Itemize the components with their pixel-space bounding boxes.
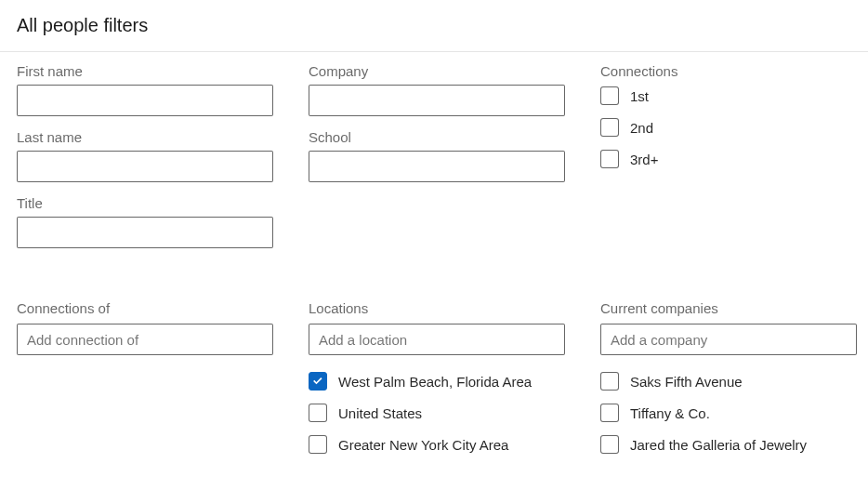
locations-list: West Palm Beach, Florida Area United Sta… <box>309 372 565 467</box>
company-option-label: Jared the Galleria of Jewelry <box>630 437 807 453</box>
location-option-label: West Palm Beach, Florida Area <box>338 374 532 390</box>
location-option-nyc[interactable]: Greater New York City Area <box>309 435 565 454</box>
school-input[interactable] <box>309 151 565 182</box>
checkbox-2nd[interactable] <box>600 118 619 137</box>
last-name-group: Last name <box>17 129 273 182</box>
connections-option-1st[interactable]: 1st <box>600 86 857 105</box>
school-group: School <box>309 129 565 182</box>
last-name-label: Last name <box>17 129 273 145</box>
col-locations: Locations West Palm Beach, Florida Area … <box>309 300 565 467</box>
filter-row-2: Connections of Locations West Palm Beach… <box>17 300 851 467</box>
company-label: Company <box>309 63 565 79</box>
location-option-label: Greater New York City Area <box>338 437 508 453</box>
connections-option-label: 1st <box>630 88 649 104</box>
connections-heading: Connections <box>600 63 857 79</box>
connections-of-input[interactable] <box>17 324 273 355</box>
connections-option-label: 3rd+ <box>630 152 658 167</box>
connections-of-heading: Connections of <box>17 300 273 316</box>
title-group: Title <box>17 195 273 248</box>
check-icon <box>311 375 324 388</box>
page-title: All people filters <box>17 15 148 36</box>
company-option-label: Saks Fifth Avenue <box>630 374 743 390</box>
current-companies-list: Saks Fifth Avenue Tiffany & Co. Jared th… <box>600 372 857 467</box>
current-companies-heading: Current companies <box>600 300 857 316</box>
first-name-group: First name <box>17 63 273 116</box>
first-name-label: First name <box>17 63 273 79</box>
location-option-label: United States <box>338 405 422 421</box>
checkbox-location-wpb[interactable] <box>309 372 327 391</box>
connections-option-2nd[interactable]: 2nd <box>600 118 857 137</box>
first-name-input[interactable] <box>17 85 273 116</box>
company-option-label: Tiffany & Co. <box>630 405 710 421</box>
current-companies-input[interactable] <box>600 324 857 355</box>
title-input[interactable] <box>17 217 273 248</box>
company-option-tiffany[interactable]: Tiffany & Co. <box>600 404 857 422</box>
checkbox-location-nyc[interactable] <box>309 435 327 454</box>
company-group: Company <box>309 63 565 116</box>
location-option-us[interactable]: United States <box>309 404 565 422</box>
location-option-wpb[interactable]: West Palm Beach, Florida Area <box>309 372 565 391</box>
connections-option-label: 2nd <box>630 120 653 136</box>
company-input[interactable] <box>309 85 565 116</box>
filter-content: First name Last name Title Company Schoo… <box>0 52 868 490</box>
company-option-saks[interactable]: Saks Fifth Avenue <box>600 372 857 391</box>
checkbox-company-saks[interactable] <box>600 372 619 391</box>
col-name-fields: First name Last name Title <box>17 63 273 261</box>
checkbox-1st[interactable] <box>600 86 619 105</box>
modal-header: All people filters <box>0 0 868 52</box>
filter-row-1: First name Last name Title Company Schoo… <box>17 63 851 261</box>
col-company-school: Company School <box>309 63 565 261</box>
col-connections: Connections 1st 2nd <box>600 63 857 261</box>
col-connections-of: Connections of <box>17 300 273 467</box>
locations-input[interactable] <box>309 324 565 355</box>
connections-list: 1st 2nd 3rd+ <box>600 86 857 181</box>
locations-heading: Locations <box>309 300 565 316</box>
title-label: Title <box>17 195 273 211</box>
col-current-companies: Current companies Saks Fifth Avenue Tiff… <box>600 300 857 467</box>
checkbox-location-us[interactable] <box>309 404 327 422</box>
checkbox-company-jared[interactable] <box>600 435 619 454</box>
checkbox-company-tiffany[interactable] <box>600 404 619 422</box>
company-option-jared[interactable]: Jared the Galleria of Jewelry <box>600 435 857 454</box>
checkbox-3rd[interactable] <box>600 150 619 168</box>
connections-option-3rd[interactable]: 3rd+ <box>600 150 857 168</box>
school-label: School <box>309 129 565 145</box>
last-name-input[interactable] <box>17 151 273 182</box>
